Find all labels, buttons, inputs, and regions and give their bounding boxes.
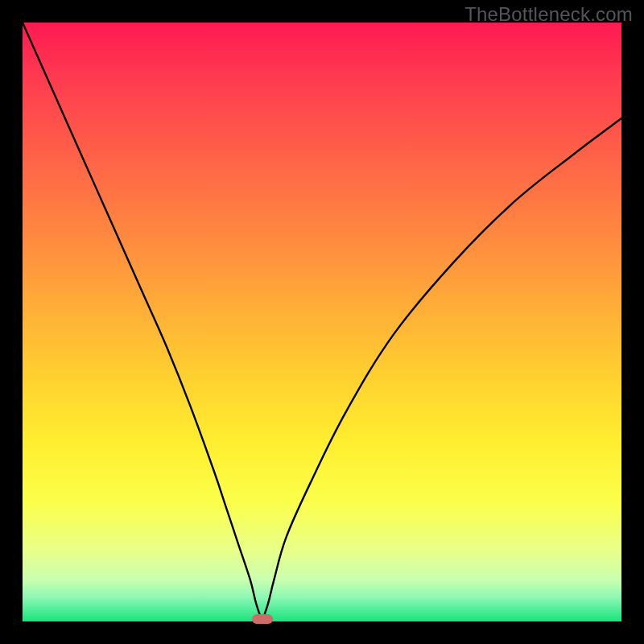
curve-path — [23, 23, 621, 621]
bottleneck-curve — [23, 23, 621, 621]
chart-container: TheBottleneck.com — [0, 0, 644, 644]
optimum-marker — [252, 614, 273, 624]
watermark-text: TheBottleneck.com — [464, 3, 633, 26]
plot-area — [23, 23, 621, 621]
